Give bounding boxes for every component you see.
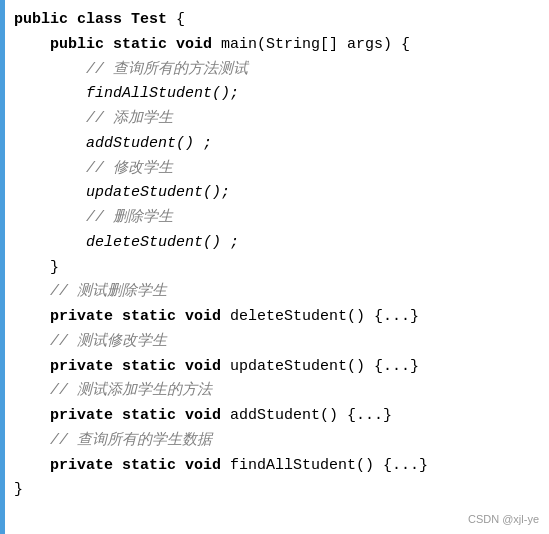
code-line-18: // 查询所有的学生数据 [0,429,549,454]
code-line-2: public static void main(String[] args) { [0,33,549,58]
code-line-5: // 添加学生 [0,107,549,132]
code-line-19: private static void findAllStudent() {..… [0,454,549,479]
method-call: addStudent() ; [86,132,212,157]
code-line-14: // 测试修改学生 [0,330,549,355]
code-line-20: } [0,478,549,503]
brace: { [176,8,185,33]
code-line-1: public class Test { [0,8,549,33]
method-call: findAllStudent(); [86,82,239,107]
code-line-4: findAllStudent(); [0,82,549,107]
code-line-15: private static void updateStudent() {...… [0,355,549,380]
left-accent-bar [0,0,5,534]
code-line-16: // 测试添加学生的方法 [0,379,549,404]
comment: // 修改学生 [86,157,173,182]
comment: // 查询所有的方法测试 [86,58,248,83]
code-line-7: // 修改学生 [0,157,549,182]
code-line-9: // 删除学生 [0,206,549,231]
comment: // 测试修改学生 [50,330,167,355]
code-editor: public class Test { public static void m… [0,0,549,534]
comment: // 测试添加学生的方法 [50,379,212,404]
comment: // 查询所有的学生数据 [50,429,212,454]
code-line-13: private static void deleteStudent() {...… [0,305,549,330]
comment: // 添加学生 [86,107,173,132]
code-line-12: // 测试删除学生 [0,280,549,305]
code-line-8: updateStudent(); [0,181,549,206]
keyword: private static void [50,305,221,330]
comment: // 测试删除学生 [50,280,167,305]
code-line-10: deleteStudent() ; [0,231,549,256]
method-call: deleteStudent() ; [86,231,239,256]
code-line-3: // 查询所有的方法测试 [0,58,549,83]
collapsed-block: {...} [383,454,428,479]
code-line-6: addStudent() ; [0,132,549,157]
collapsed-block: {...} [374,355,419,380]
keyword: public class Test [14,8,176,33]
collapsed-block: {...} [374,305,419,330]
collapsed-block: {...} [347,404,392,429]
comment: // 删除学生 [86,206,173,231]
keyword: private static void [50,355,221,380]
method-call: updateStudent(); [86,181,230,206]
keyword: private static void [50,454,221,479]
keyword: public static void [50,33,212,58]
closing-brace: } [14,478,23,503]
code-line-11: } [0,256,549,281]
watermark: CSDN @xjl-ye [468,510,539,528]
code-line-17: private static void addStudent() {...} [0,404,549,429]
keyword: private static void [50,404,221,429]
